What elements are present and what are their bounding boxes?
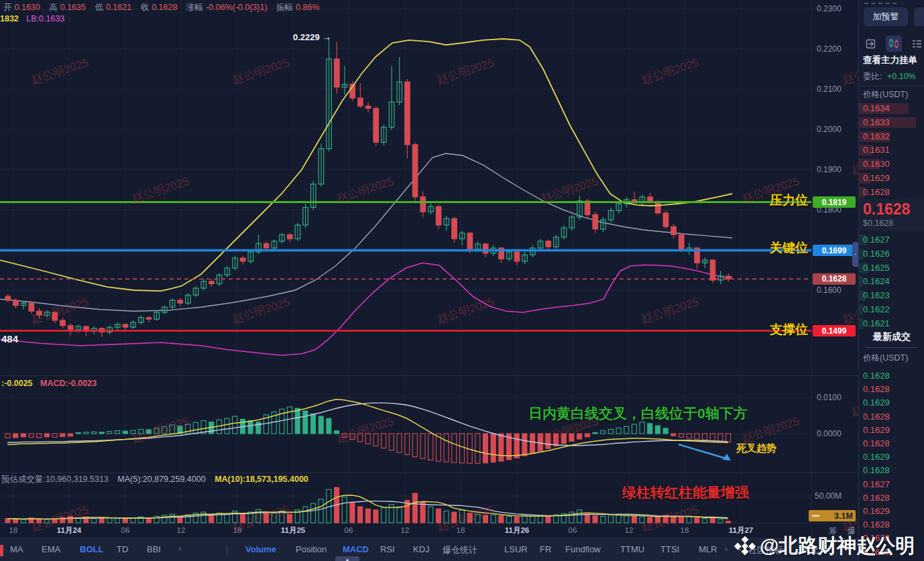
volume-ma10: MA(10):18,573,195.4000 (215, 475, 308, 484)
support-level-label: 支撑位 (728, 321, 808, 338)
volume-bar (679, 517, 683, 523)
indicator-tab-EMA[interactable]: EMA (42, 544, 60, 554)
ask-row[interactable]: 0.1630 (859, 158, 924, 172)
volume-bar (640, 517, 644, 523)
volume-bar (671, 517, 676, 523)
latest-trades-header: 最新成交 (859, 331, 924, 343)
depth-candles-icon[interactable] (886, 36, 901, 52)
ask-row[interactable]: 0.1633 (859, 116, 924, 130)
candle-body (123, 324, 128, 327)
indicator-tab-FR[interactable]: FR (540, 544, 551, 554)
volume-bar (585, 514, 589, 523)
macd-popup-indicator[interactable]: ▲ (335, 556, 359, 561)
bid-row[interactable]: 0.1624 (859, 275, 924, 289)
indicator-tab-MA[interactable]: MA (10, 544, 23, 554)
volume-bar (44, 519, 49, 523)
bid-row[interactable]: 0.1621 (859, 317, 924, 331)
trade-row: 0.1628 (863, 518, 924, 532)
volume-bar (146, 519, 151, 523)
volume-bar (365, 509, 370, 523)
macd-value: MACD:-0.0023 (40, 379, 97, 388)
indicator-tab-TTSI[interactable]: TTSI (660, 544, 679, 554)
bid-row[interactable]: 0.1625 (859, 261, 924, 275)
indicator-tab-›[interactable]: › (178, 544, 181, 554)
view-main-orders-link[interactable]: 查看主力挂单 (863, 54, 917, 66)
indicator-tab-BBI[interactable]: BBI (147, 544, 161, 554)
indicator-tab-›[interactable]: › (725, 544, 728, 554)
volume-bar (131, 518, 135, 523)
last-price-usd: $0.1628 (863, 219, 893, 228)
indicator-tab-MACD[interactable]: MACD (343, 544, 369, 554)
ask-row[interactable]: 0.1632 (859, 130, 924, 144)
volume-bar (319, 499, 323, 523)
indicator-tab-Fundflow[interactable]: Fundflow (565, 544, 601, 554)
macd-hist-bar (287, 407, 292, 434)
bid-row[interactable]: 0.1627 (859, 233, 924, 247)
indicator-tab-Position[interactable]: Position (296, 544, 327, 554)
macd-hist-bar (139, 430, 143, 434)
macd-hist-bar (68, 434, 72, 436)
macd-hist-bar (412, 434, 417, 457)
volume-bar (373, 510, 378, 523)
bid-row[interactable]: 0.1622 (859, 303, 924, 317)
indicator-tab-LSUR[interactable]: LSUR (504, 544, 528, 554)
candlestick-chart[interactable]: 0.23000.22000.21000.20000.19000.18000.16… (0, 0, 858, 538)
last-price-block[interactable]: 0.1628 $0.1628 (859, 199, 924, 231)
macd-hist-bar (428, 434, 433, 460)
panel-divider (859, 86, 924, 86)
macd-hist-bar (107, 432, 112, 434)
macd-hist-bar (491, 434, 496, 462)
trade-row: 0.1628 (863, 369, 924, 383)
macd-hist-bar (365, 434, 370, 444)
macd-hist-bar (655, 426, 660, 434)
bid-price: 0.1625 (863, 261, 890, 275)
candle-body (679, 235, 684, 250)
indicator-tab-MLR[interactable]: MLR (699, 544, 717, 554)
candle-body (264, 243, 269, 248)
x-axis-label: 11月26 (505, 526, 529, 534)
price-axis-tick: 0.1900 (817, 165, 842, 174)
order-list-icon[interactable] (909, 36, 924, 52)
ask-row[interactable]: 0.1629 (859, 172, 924, 186)
candle-body (146, 318, 152, 319)
volume-bar (648, 517, 652, 523)
volume-ma5: MA(5):20,879,259.4000 (117, 475, 205, 484)
bid-row[interactable]: 0.1623 (859, 289, 924, 303)
bid-depth-bar (859, 304, 863, 315)
partial-button[interactable] (914, 7, 924, 26)
indicator-tab-KDJ[interactable]: KDJ (413, 544, 430, 554)
dif-value: :-0.0025 (1, 379, 33, 388)
ask-row[interactable]: 0.1631 (859, 143, 924, 158)
ask-row[interactable]: 0.1628 (859, 186, 924, 200)
macd-hist-bar (703, 434, 707, 440)
boll-ub-value: 1832 (0, 14, 19, 23)
volume-bar (428, 507, 433, 523)
macd-hist-bar (726, 434, 731, 442)
volume-bar (726, 521, 731, 523)
macd-hist-bar (499, 434, 504, 461)
chart-region[interactable]: 0.23000.22000.21000.20000.19000.18000.16… (0, 0, 858, 538)
drawing-dash-decoration (864, 3, 897, 4)
indicator-tab-TTMU[interactable]: TTMU (620, 544, 644, 554)
macd-hist-bar (233, 416, 237, 434)
indicator-tab-BOLL[interactable]: BOLL (80, 544, 103, 554)
bid-row[interactable]: 0.1626 (859, 247, 924, 261)
flag-order-icon[interactable] (863, 36, 878, 52)
volume-bar (475, 514, 480, 523)
trade-row: 0.1629 (863, 450, 924, 464)
macd-hist-bar (311, 414, 316, 434)
indicator-tab-Volume[interactable]: Volume (245, 544, 276, 554)
candle-body (546, 241, 551, 247)
estimated-volume: 预估成交量:10,960,319.5313 (1, 475, 109, 484)
ask-row[interactable]: 0.1634 (859, 102, 924, 116)
volume-bar (303, 507, 308, 523)
indicator-tab-爆仓统计[interactable]: 爆仓统计 (443, 544, 477, 556)
volume-bar (710, 517, 715, 523)
macd-hist-bar (538, 434, 542, 451)
macd-axis-tick: 0.0000 (817, 429, 842, 438)
candle-body (209, 282, 215, 284)
indicator-tab-TD[interactable]: TD (117, 544, 128, 554)
add-alert-button[interactable]: 加预警 (864, 7, 908, 26)
indicator-tab-RSI[interactable]: RSI (380, 544, 395, 554)
panel-collapse-handle[interactable]: › (852, 242, 858, 267)
